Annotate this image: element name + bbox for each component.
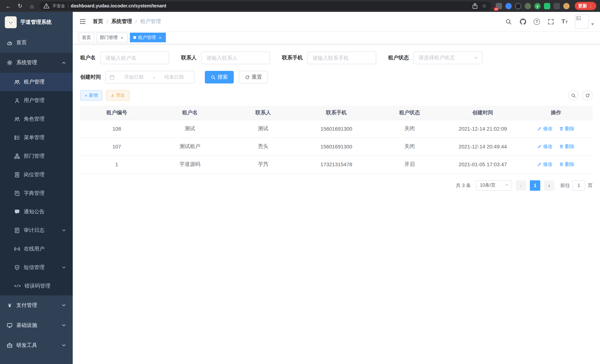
sidebar-item-dict[interactable]: 字典管理 (0, 184, 73, 203)
refresh-table-button[interactable] (582, 90, 593, 101)
sidebar-item-system[interactable]: 系统管理 (0, 53, 73, 73)
table-row: 107 测试租户 秃头 15601691300 关闭 2021-12-14 20… (80, 138, 593, 156)
share-icon[interactable] (472, 3, 478, 9)
cell-status: 关闭 (373, 138, 446, 156)
sidebar-item-tenant[interactable]: 租户管理 (0, 73, 73, 91)
sidebar-fold-icon[interactable] (79, 18, 87, 26)
calendar-icon (110, 75, 115, 80)
sidebar-item-label: 角色管理 (24, 116, 66, 122)
sidebar-item-notice[interactable]: 通知公告 (0, 203, 73, 221)
cell-phone: 17321315478 (300, 156, 373, 173)
export-button[interactable]: 导出 (106, 90, 129, 101)
sidebar-item-post[interactable]: 岗位管理 (0, 166, 73, 184)
page-size-select[interactable]: 10条/页 (476, 180, 512, 191)
edit-link[interactable]: 修改 (537, 143, 553, 150)
add-button-label: 新增 (89, 92, 98, 99)
search-button[interactable]: 搜索 (205, 71, 234, 84)
edit-label: 修改 (543, 125, 553, 132)
chevron-up-icon (62, 60, 66, 65)
sidebar-item-dev-tools[interactable]: 研发工具 (0, 336, 73, 355)
sidebar-item-label: 租户管理 (24, 79, 66, 85)
back-icon[interactable]: ← (4, 1, 13, 10)
user-avatar-menu[interactable] (575, 14, 594, 28)
top-navbar: 首页 / 系统管理 / 租户管理 ? (73, 12, 600, 31)
col-created: 创建时间 (446, 106, 519, 120)
edit-link[interactable]: 修改 (537, 161, 553, 168)
url-text[interactable]: dashboard.yudao.iocoder.cn/system/tenant (71, 3, 166, 9)
sidebar-item-home[interactable]: 首页 (0, 33, 73, 53)
delete-link[interactable]: 删除 (559, 143, 575, 150)
address-bar[interactable]: 不安全 dashboard.yudao.iocoder.cn/system/te… (39, 1, 491, 10)
delete-link[interactable]: 删除 (559, 125, 575, 132)
sidebar-item-online-users[interactable]: 在线用户 (0, 240, 73, 258)
fullscreen-icon[interactable] (547, 18, 554, 25)
sidebar-item-audit-log[interactable]: 审计日志 (0, 221, 73, 240)
extension-icon[interactable] (544, 3, 550, 9)
search-icon[interactable] (505, 18, 512, 25)
chevron-down-icon (62, 303, 66, 308)
date-range-picker[interactable]: 开始日期 - 结束日期 (105, 71, 194, 84)
toggle-search-button[interactable] (568, 90, 579, 101)
extensions-puzzle-icon[interactable] (554, 3, 560, 9)
refresh-icon (245, 75, 250, 80)
extension-letter: y (534, 3, 541, 9)
sidebar-item-role[interactable]: 角色管理 (0, 110, 73, 128)
prev-page-button[interactable]: ‹ (516, 180, 526, 191)
edit-link[interactable]: 修改 (537, 125, 553, 132)
chevron-down-icon (62, 265, 66, 270)
cell-created: 2021-12-14 21:02:09 (446, 120, 519, 138)
sidebar-item-infra[interactable]: 基础设施 (0, 315, 73, 336)
tenant-name-input[interactable] (100, 52, 169, 64)
tenant-table: 租户编号 租户名 联系人 联系手机 租户状态 创建时间 操作 108 测试 (80, 106, 593, 173)
tab-tenant[interactable]: 租户管理 × (130, 33, 166, 42)
col-contact: 联系人 (226, 106, 300, 120)
font-size-icon[interactable]: T T (562, 19, 568, 24)
tab-dept[interactable]: 部门管理 × (96, 33, 128, 42)
next-page-button[interactable]: › (544, 180, 554, 191)
tab-home[interactable]: 首页 (79, 33, 94, 42)
page-number-1[interactable]: 1 (530, 180, 540, 191)
cell-name: 测试租户 (153, 138, 227, 156)
sidebar-item-label: 岗位管理 (24, 171, 66, 178)
extension-icon[interactable] (525, 3, 531, 9)
edit-label: 修改 (543, 161, 553, 168)
col-actions: 操作 (519, 106, 593, 120)
sidebar-item-sms[interactable]: 短信管理 (0, 258, 73, 277)
breadcrumb-system[interactable]: 系统管理 (111, 18, 132, 25)
sidebar-item-error-code[interactable]: </> 错误码管理 (0, 277, 73, 295)
home-icon[interactable]: ⌂ (28, 1, 36, 10)
cell-id: 1 (80, 156, 153, 173)
security-label[interactable]: 不安全 (52, 3, 65, 9)
goto-page-input[interactable] (572, 180, 585, 191)
extension-icon[interactable]: y (534, 3, 541, 9)
close-icon[interactable]: × (120, 35, 124, 40)
contact-input[interactable] (201, 52, 270, 64)
add-button[interactable]: + 新增 (80, 90, 102, 101)
github-icon[interactable] (519, 18, 526, 25)
extension-icon[interactable] (515, 3, 521, 9)
status-select[interactable]: 请选择租户状态 (413, 52, 482, 64)
app-title: 芋道管理系统 (20, 19, 52, 26)
filter-label: 租户状态 (388, 55, 409, 61)
close-icon[interactable]: × (158, 35, 162, 40)
sidebar-item-dept[interactable]: 部门管理 (0, 147, 73, 166)
filter-phone: 联系手机 (282, 52, 376, 64)
help-icon[interactable]: ? (534, 18, 540, 25)
breadcrumb-home[interactable]: 首页 (93, 18, 103, 25)
extension-icon[interactable]: 10 (496, 3, 502, 9)
reset-button[interactable]: 重置 (239, 71, 268, 84)
col-status: 租户状态 (373, 106, 446, 120)
sidebar-item-menu[interactable]: 菜单管理 (0, 128, 73, 147)
reload-icon[interactable]: ↻ (16, 1, 25, 10)
profile-avatar-icon[interactable] (563, 3, 570, 9)
sidebar-item-payment[interactable]: ¥ 支付管理 (0, 295, 73, 315)
sidebar-item-user[interactable]: 用户管理 (0, 91, 73, 110)
date-separator: - (153, 75, 155, 80)
logo-row[interactable]: 芋道管理系统 (0, 12, 73, 33)
bookmark-star-icon[interactable]: ☆ (481, 3, 488, 9)
document-icon (14, 227, 20, 233)
extension-icon[interactable] (505, 3, 512, 9)
delete-link[interactable]: 删除 (559, 161, 575, 168)
phone-input[interactable] (307, 52, 376, 64)
browser-update-button[interactable]: 更新 ⋮ (575, 2, 596, 10)
